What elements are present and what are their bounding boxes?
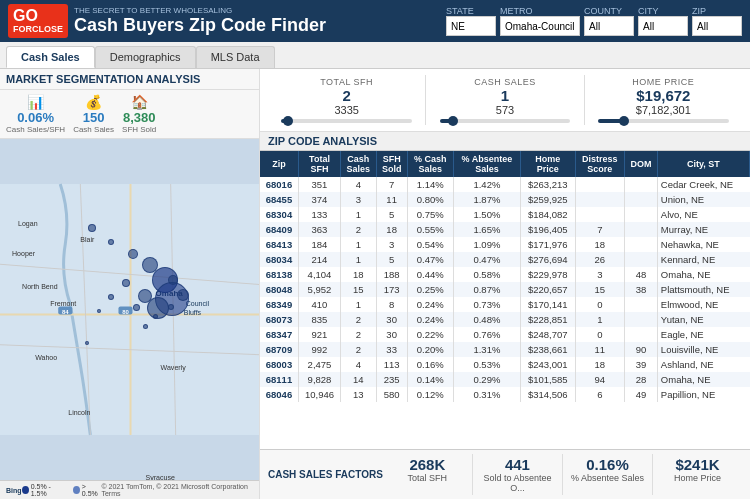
table-cell: $229,978 (521, 267, 575, 282)
table-cell: 1.42% (453, 177, 520, 192)
table-cell (625, 312, 658, 327)
table-cell: 7 (376, 177, 407, 192)
table-cell: 28 (625, 372, 658, 387)
kpi-total-sfh-slider[interactable] (281, 119, 412, 123)
kpi-cash-sales-main: 1 (432, 87, 577, 104)
logo-tagline: THE SECRET TO BETTER WHOLESALING (74, 6, 326, 15)
table-cell: Alvo, NE (657, 207, 749, 222)
map-dot (138, 289, 152, 303)
kpi-row: TOTAL SFH 2 3335 CASH SALES 1 573 HOME P… (260, 69, 750, 132)
bkpi-pct-absentee-label: % Absentee Sales (567, 473, 648, 483)
table-row[interactable]: 680032,47541130.16%0.53%$243,0011839Ashl… (260, 357, 750, 372)
kpi-home-price-title: HOME PRICE (591, 77, 736, 87)
table-cell: 5 (376, 207, 407, 222)
zip-table: Zip TotalSFH CashSales SFHSold % CashSal… (260, 151, 750, 402)
bkpi-total-sfh-value: 268K (387, 456, 468, 473)
table-row[interactable]: 68304133150.75%1.50%$184,082Alvo, NE (260, 207, 750, 222)
zip-table-container[interactable]: Zip TotalSFH CashSales SFHSold % CashSal… (260, 151, 750, 449)
table-cell: 4 (341, 357, 377, 372)
kpi-cash-sales-slider[interactable] (440, 119, 571, 123)
map-dot (128, 249, 138, 259)
table-row[interactable]: 681384,104181880.44%0.58%$229,978348Omah… (260, 267, 750, 282)
bkpi-total-sfh-label: Total SFH (387, 473, 468, 483)
table-row[interactable]: 68034214150.47%0.47%$276,69426Kennard, N… (260, 252, 750, 267)
table-cell: 48 (625, 267, 658, 282)
filter-county-input[interactable] (584, 16, 634, 36)
tab-cash-sales[interactable]: Cash Sales (6, 46, 95, 68)
filter-state-input[interactable] (446, 16, 496, 36)
kpi-cash-sales-title: CASH SALES (432, 77, 577, 87)
table-cell: $276,694 (521, 252, 575, 267)
table-cell: Yutan, NE (657, 312, 749, 327)
table-cell: 2 (341, 342, 377, 357)
filter-metro-input[interactable] (500, 16, 580, 36)
table-cell: 0.55% (407, 222, 453, 237)
table-cell: 0.24% (407, 297, 453, 312)
filter-metro: METRO (500, 6, 580, 36)
table-cell: 835 (298, 312, 340, 327)
table-cell: $243,001 (521, 357, 575, 372)
table-cell: 2 (341, 312, 377, 327)
table-cell: 0.54% (407, 237, 453, 252)
zip-table-body: 68016351471.14%1.42%$263,213Cedar Creek,… (260, 177, 750, 402)
table-row[interactable]: 680485,952151730.25%0.87%$220,6571538Pla… (260, 282, 750, 297)
zip-section: ZIP CODE ANALYSIS Zip TotalSFH CashSales… (260, 132, 750, 449)
table-cell: 68016 (260, 177, 298, 192)
table-cell: $170,141 (521, 297, 575, 312)
table-cell: Louisville, NE (657, 342, 749, 357)
table-row[interactable]: 680738352300.24%0.48%$228,8511Yutan, NE (260, 312, 750, 327)
table-cell: 90 (625, 342, 658, 357)
stat-cash-sales-label: Cash Sales (73, 125, 114, 134)
table-cell: 11 (575, 342, 625, 357)
table-cell: $263,213 (521, 177, 575, 192)
table-cell: 9,828 (298, 372, 340, 387)
map-dot (177, 289, 189, 301)
table-row[interactable]: 68349410180.24%0.73%$170,1410Elmwood, NE (260, 297, 750, 312)
filter-county-label: COUNTY (584, 6, 622, 16)
kpi-home-price-slider[interactable] (598, 119, 729, 123)
house-icon: 🏠 (131, 94, 148, 110)
tab-demographics[interactable]: Demographics (95, 46, 196, 68)
table-cell: 26 (575, 252, 625, 267)
table-row[interactable]: 68016351471.14%1.42%$263,213Cedar Creek,… (260, 177, 750, 192)
map-copyright: © 2021 TomTom, © 2021 Microsoft Corporat… (101, 483, 253, 497)
map-dot (168, 304, 174, 310)
table-cell: 4 (341, 177, 377, 192)
chart-icon: 📊 (27, 94, 44, 110)
table-cell: 992 (298, 342, 340, 357)
map-dot (108, 239, 114, 245)
table-cell: 68073 (260, 312, 298, 327)
table-cell: 68034 (260, 252, 298, 267)
table-row[interactable]: 684553743110.80%1.87%$259,925Union, NE (260, 192, 750, 207)
table-row[interactable]: 68413184130.54%1.09%$171,97618Nehawka, N… (260, 237, 750, 252)
zip-section-title: ZIP CODE ANALYSIS (260, 132, 750, 151)
filter-zip-input[interactable] (692, 16, 742, 36)
table-cell: 68409 (260, 222, 298, 237)
filter-city-input[interactable] (638, 16, 688, 36)
logo-go: GO (13, 7, 63, 25)
table-cell: 0.25% (407, 282, 453, 297)
table-cell (625, 237, 658, 252)
table-row[interactable]: 683479212300.22%0.76%$248,7070Eagle, NE (260, 327, 750, 342)
table-cell: Eagle, NE (657, 327, 749, 342)
map-dot (88, 224, 96, 232)
bkpi-total-sfh: 268K Total SFH (383, 454, 473, 495)
table-cell: 0.80% (407, 192, 453, 207)
table-row[interactable]: 687099922330.20%1.31%$238,6611190Louisvi… (260, 342, 750, 357)
table-cell: 113 (376, 357, 407, 372)
table-cell: 18 (575, 237, 625, 252)
col-cash-sales: CashSales (341, 151, 377, 177)
bkpi-pct-absentee-value: 0.16% (567, 456, 648, 473)
table-row[interactable]: 6804610,946135800.12%0.31%$314,506649Pap… (260, 387, 750, 402)
legend-dot-2 (73, 486, 80, 494)
table-cell: 18 (376, 222, 407, 237)
table-cell: 0.16% (407, 357, 453, 372)
table-row[interactable]: 684093632180.55%1.65%$196,4057Murray, NE (260, 222, 750, 237)
table-cell: 68111 (260, 372, 298, 387)
kpi-total-sfh: TOTAL SFH 2 3335 (268, 75, 426, 125)
table-row[interactable]: 681119,828142350.14%0.29%$101,5859428Oma… (260, 372, 750, 387)
map: 84 80 Logan Hooper Blair North Bend Frem… (0, 139, 259, 480)
stat-cash-sales: 💰 150 Cash Sales (73, 94, 114, 134)
table-cell: 68138 (260, 267, 298, 282)
tab-mls-data[interactable]: MLS Data (196, 46, 275, 68)
